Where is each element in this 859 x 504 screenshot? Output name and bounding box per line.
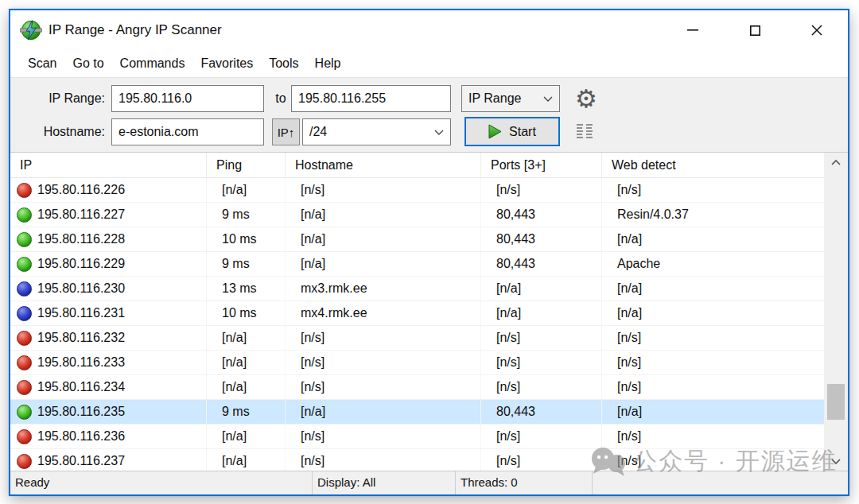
table-row[interactable]: 195.80.116.22810 ms[n/a]80,443[n/a] [10, 227, 824, 252]
column-header-hostname[interactable]: Hostname [286, 153, 481, 177]
hostname-label: Hostname: [17, 118, 105, 145]
menu-item-tools[interactable]: Tools [261, 53, 306, 74]
column-header-web-detect[interactable]: Web detect [602, 153, 824, 177]
ports-cell: [n/s] [481, 425, 602, 448]
web-detect-cell: [n/s] [602, 425, 824, 448]
menu-item-help[interactable]: Help [307, 53, 349, 74]
table-row[interactable]: 195.80.116.23110 msmx4.rmk.ee[n/a][n/a] [10, 301, 824, 326]
ip-address: 195.80.116.229 [37, 252, 125, 276]
column-header-ports-3-[interactable]: Ports [3+] [481, 153, 602, 177]
lookup-ip-button[interactable]: IP↑ [272, 118, 300, 145]
table-row[interactable]: 195.80.116.234[n/a][n/s][n/s][n/s] [10, 375, 824, 400]
minimize-button[interactable] [662, 10, 724, 50]
scrollbar-thumb[interactable] [827, 384, 845, 420]
feeder-select[interactable]: IP Range [461, 85, 560, 112]
ip-address: 195.80.116.237 [37, 449, 125, 471]
ping-cell: 13 ms [207, 277, 286, 300]
chevron-up-icon [831, 160, 841, 165]
ports-cell: [n/a] [481, 277, 602, 300]
column-header-ping[interactable]: Ping [207, 153, 286, 177]
web-detect-cell: Apache [602, 252, 824, 276]
blue-status-icon [17, 306, 32, 321]
table-row[interactable]: 195.80.116.233[n/a][n/s][n/s][n/s] [10, 351, 824, 375]
table-row[interactable]: 195.80.116.232[n/a][n/s][n/s][n/s] [10, 326, 824, 351]
ip-from-input[interactable] [111, 85, 264, 112]
gear-icon: ⚙ [575, 87, 597, 110]
column-header-ip[interactable]: IP [10, 153, 207, 177]
green-status-icon [17, 207, 32, 223]
ip-cell: 195.80.116.236 [10, 425, 207, 448]
table-row[interactable]: 195.80.116.23013 msmx3.rmk.ee[n/a][n/a] [10, 277, 824, 301]
chevron-down-icon [434, 130, 444, 135]
chevron-down-icon [543, 96, 553, 102]
hostname-cell: [n/a] [286, 252, 481, 276]
web-detect-cell: [n/s] [602, 178, 824, 202]
title-bar: IP Range - Angry IP Scanner [10, 10, 848, 50]
ping-cell: 9 ms [207, 400, 286, 424]
table-row[interactable]: 195.80.116.2279 ms[n/a]80,443Resin/4.0.3… [10, 203, 824, 227]
table-row[interactable]: 195.80.116.237[n/a][n/s][n/s][n/s] [10, 449, 824, 471]
maximize-button[interactable] [724, 10, 786, 50]
ip-address: 195.80.116.233 [37, 351, 125, 374]
menu-bar: ScanGo toCommandsFavoritesToolsHelp [10, 50, 848, 77]
hostname-cell: mx3.rmk.ee [286, 277, 481, 300]
hostname-cell: [n/s] [286, 351, 481, 374]
ping-cell: 9 ms [207, 203, 286, 227]
ping-cell: [n/a] [207, 425, 286, 448]
table-row[interactable]: 195.80.116.2299 ms[n/a]80,443Apache [10, 252, 824, 277]
menu-item-favorites[interactable]: Favorites [192, 53, 261, 74]
preferences-button[interactable]: ⚙ [571, 85, 601, 112]
menu-item-scan[interactable]: Scan [20, 53, 64, 74]
hostname-cell: [n/s] [286, 178, 481, 202]
to-label: to [269, 85, 293, 112]
scroll-down-button[interactable] [824, 452, 848, 471]
web-detect-cell: [n/a] [602, 227, 824, 251]
red-status-icon [17, 331, 32, 346]
ip-to-input[interactable] [291, 85, 451, 112]
table-row[interactable]: 195.80.116.236[n/a][n/s][n/s][n/s] [10, 425, 824, 449]
red-status-icon [17, 454, 32, 469]
ping-cell: [n/a] [207, 351, 286, 374]
web-detect-cell: [n/a] [602, 400, 824, 424]
ip-address: 195.80.116.227 [37, 203, 125, 227]
ip-address: 195.80.116.234 [37, 375, 125, 399]
green-status-icon [17, 257, 32, 272]
ip-cell: 195.80.116.235 [10, 400, 207, 424]
fetchers-button[interactable] [569, 118, 600, 145]
ping-cell: 9 ms [207, 252, 286, 276]
ping-cell: [n/a] [207, 449, 286, 471]
hostname-cell: mx4.rmk.ee [286, 301, 481, 325]
ip-cell: 195.80.116.234 [10, 375, 207, 399]
ip-cell: 195.80.116.226 [10, 178, 207, 202]
ip-address: 195.80.116.231 [37, 301, 125, 325]
hostname-input[interactable] [111, 118, 264, 145]
ports-cell: [n/s] [481, 326, 602, 350]
ip-address: 195.80.116.226 [37, 178, 125, 202]
start-button[interactable]: Start [464, 117, 560, 146]
close-icon [811, 25, 822, 36]
scroll-up-button[interactable] [824, 153, 848, 172]
red-status-icon [17, 355, 32, 370]
close-button[interactable] [786, 10, 848, 50]
status-spacer [593, 471, 848, 494]
ping-cell: [n/a] [207, 326, 286, 350]
green-status-icon [17, 405, 32, 420]
status-display: Display: All [313, 471, 456, 494]
angry-ip-scanner-logo-icon [20, 19, 42, 41]
red-status-icon [17, 429, 32, 444]
ip-cell: 195.80.116.228 [10, 227, 207, 251]
vertical-scrollbar[interactable] [824, 153, 848, 471]
table-row[interactable]: 195.80.116.2359 ms[n/a]80,443[n/a] [10, 400, 824, 425]
menu-item-commands[interactable]: Commands [112, 53, 193, 74]
ports-cell: 80,443 [481, 203, 602, 227]
red-status-icon [17, 380, 32, 395]
ports-cell: [n/a] [481, 301, 602, 325]
web-detect-cell: [n/s] [602, 326, 824, 350]
table-row[interactable]: 195.80.116.226[n/a][n/s][n/s][n/s] [10, 178, 824, 203]
ping-cell: 10 ms [207, 227, 286, 251]
menu-item-go-to[interactable]: Go to [64, 53, 111, 74]
netmask-select[interactable]: /24 [302, 118, 451, 145]
ip-cell: 195.80.116.227 [10, 203, 207, 227]
ip-cell: 195.80.116.237 [10, 449, 207, 471]
ip-cell: 195.80.116.232 [10, 326, 207, 350]
